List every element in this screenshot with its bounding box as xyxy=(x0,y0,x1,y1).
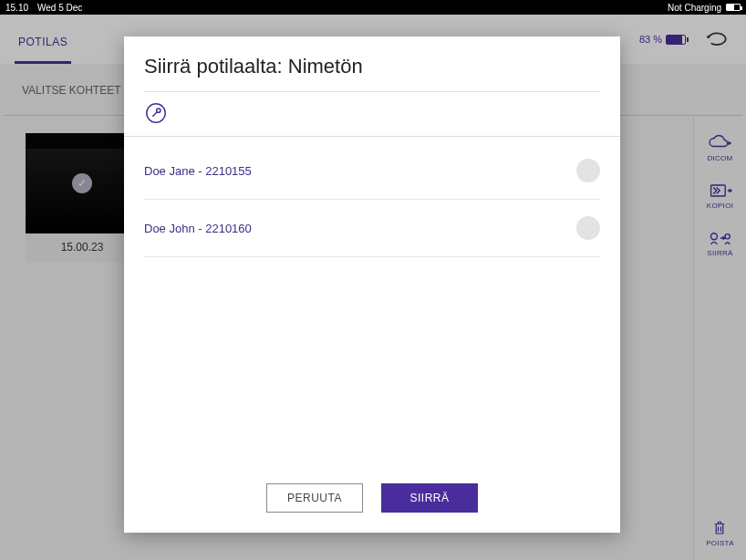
status-battery-icon xyxy=(726,4,741,11)
thumbnail-card[interactable]: ✓ 15.00.23 xyxy=(26,133,139,263)
subheader-label: VALITSE KOHTEET xyxy=(22,84,120,97)
status-date: Wed 5 Dec xyxy=(37,3,82,13)
check-icon: ✓ xyxy=(72,173,92,193)
svg-point-2 xyxy=(726,234,730,239)
tabs-row: POTILAS xyxy=(0,15,71,64)
sidebar-label-dicom: DICOM xyxy=(707,154,732,162)
svg-point-4 xyxy=(157,109,161,112)
modal-footer: PERUUTA SIIRRÄ xyxy=(124,471,620,533)
modal-search-row[interactable] xyxy=(124,92,620,136)
radio-button[interactable] xyxy=(576,159,600,182)
battery-percent: 83 % xyxy=(639,34,662,45)
svg-point-1 xyxy=(711,233,718,240)
patient-list: Doe Jane - 2210155 Doe John - 2210160 xyxy=(124,142,620,471)
undo-icon[interactable] xyxy=(704,29,730,49)
patient-label: Doe Jane - 2210155 xyxy=(144,164,252,178)
thumbnail-image: ✓ xyxy=(26,133,139,233)
battery-icon xyxy=(666,35,686,45)
right-sidebar: DICOM KOPIOI SIIRRÄ POISTA xyxy=(693,117,746,560)
sidebar-label-move: SIIRRÄ xyxy=(707,249,732,257)
sidebar-item-move[interactable]: SIIRRÄ xyxy=(707,230,732,257)
status-time: 15.10 xyxy=(5,3,28,13)
move-modal: Siirrä potilaalta: Nimetön Doe Jane - 22… xyxy=(124,36,620,533)
tab-patient[interactable]: POTILAS xyxy=(15,23,71,64)
sidebar-label-delete: POISTA xyxy=(706,539,734,547)
sidebar-item-delete[interactable]: POISTA xyxy=(706,520,734,547)
search-icon xyxy=(144,101,168,125)
cancel-button[interactable]: PERUUTA xyxy=(266,483,363,513)
modal-title: Siirrä potilaalta: Nimetön xyxy=(124,36,620,91)
sidebar-item-dicom[interactable]: DICOM xyxy=(707,135,732,162)
battery-indicator: 83 % xyxy=(639,34,686,45)
sidebar-item-copy[interactable]: KOPIOI xyxy=(707,182,733,210)
radio-button[interactable] xyxy=(576,216,600,240)
patient-label: Doe John - 2210160 xyxy=(144,222,252,235)
patient-row[interactable]: Doe John - 2210160 xyxy=(144,200,600,257)
status-charging: Not Charging xyxy=(668,3,721,13)
status-bar: 15.10 Wed 5 Dec Not Charging xyxy=(0,0,746,15)
thumbnail-time: 15.00.23 xyxy=(26,233,139,263)
modal-divider-search xyxy=(124,136,620,137)
confirm-button[interactable]: SIIRRÄ xyxy=(381,483,478,513)
svg-rect-0 xyxy=(710,185,725,196)
patient-row[interactable]: Doe Jane - 2210155 xyxy=(144,142,600,200)
sidebar-label-copy: KOPIOI xyxy=(707,202,733,210)
